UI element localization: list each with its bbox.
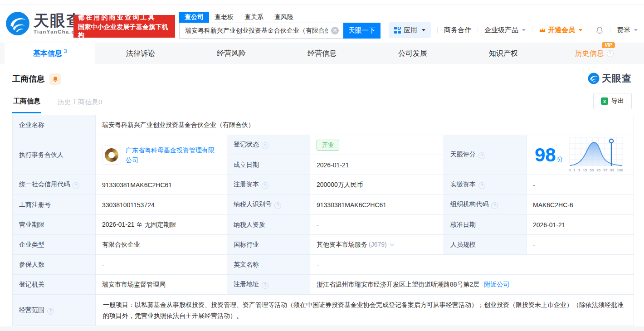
table-row: 企业类型 有限合伙企业 国标行业 其他资本市场服务(J679) 人员规模 - [13, 235, 634, 255]
business-info-section: 工商信息 天眼查 工商信息 历史工商信息0 x 导出 企业名称 [0, 64, 644, 326]
help-icon[interactable]: ? [478, 182, 485, 189]
help-icon[interactable]: ? [262, 282, 268, 289]
enterprise-products-menu[interactable]: 企业级产品 [484, 26, 526, 34]
help-icon[interactable]: ? [607, 50, 614, 57]
tab-history-info[interactable]: 历史信息 VIP ? [549, 43, 639, 64]
field-label-reg-address: 注册地址? [227, 275, 310, 295]
user-menu[interactable]: 费米 [617, 26, 638, 34]
field-value-executive-partner: 广东省粤科母基金投资管理有限公司 [96, 135, 227, 175]
subtab-history-business-info[interactable]: 历史工商信息0 [57, 92, 103, 113]
table-row: 企业名称 瑞安粤科新兴产业创业投资基金合伙企业（有限合伙） [13, 115, 634, 135]
field-value-approval-date: 2026-01-21 [527, 215, 634, 235]
field-value-business-term: 2026-01-21 至 无固定期限 [96, 215, 227, 235]
table-row: 经营范围? 一般项目：以私募基金从事股权投资、投资管理、资产管理等活动（须在中国… [13, 295, 634, 326]
chevron-down-icon [422, 29, 425, 31]
divider [437, 27, 438, 33]
expand-industry-icon[interactable] [390, 241, 394, 246]
field-value-reg-status: 开业 [310, 135, 444, 155]
tab-basic-info[interactable]: 基本信息 3 [5, 43, 95, 64]
field-label-approval-date: 核准日期 [444, 215, 527, 235]
score-distribution-chart: 0131550859799100 [569, 137, 624, 172]
crown-icon [539, 27, 546, 33]
field-value-reg-capital: 200000万人民币 [310, 175, 444, 195]
notification-bell-icon[interactable] [595, 26, 604, 34]
field-label-establish-date: 成立日期 [227, 155, 310, 175]
field-label-business-term: 营业期限 [13, 215, 96, 235]
company-profile-tabs: 基本信息 3 法律诉讼 经营风险 经营信息 公司发展 知识产权 历史信息 VIP… [0, 43, 644, 64]
tianyancha-logo[interactable]: 天眼查 TianYanCha.com [5, 11, 84, 36]
field-value-reg-authority: 瑞安市市场监督管理局 [96, 275, 227, 295]
bottom-strip [0, 326, 644, 331]
help-icon[interactable]: ? [73, 182, 79, 189]
search-input[interactable] [179, 23, 343, 39]
excel-icon: x [601, 97, 608, 105]
partner-company-link[interactable]: 广东省粤科母基金投资管理有限公司 [126, 145, 220, 165]
nearby-companies-link[interactable]: 附近公司 [484, 281, 509, 288]
vip-membership-menu[interactable]: 开通会员 [539, 26, 582, 34]
field-label-credit-code: 统一社会信用代码? [13, 175, 96, 195]
tianyancha-logo-icon [5, 11, 30, 36]
field-value-paid-capital: - [527, 175, 634, 195]
apps-menu[interactable]: 应用 [389, 22, 431, 38]
field-label-company-type: 企业类型 [13, 235, 96, 255]
score-axis-ticks: 0131550859799100 [569, 168, 623, 172]
clear-search-icon[interactable]: ✕ [331, 27, 339, 34]
help-icon[interactable]: ? [47, 308, 54, 315]
tab-company-development[interactable]: 公司发展 [367, 43, 458, 64]
slogan-line-2: 国家中小企业发展子基金旗下机构 [78, 23, 171, 39]
help-icon[interactable]: ? [262, 182, 268, 189]
help-icon[interactable]: ? [478, 152, 485, 159]
field-value-reg-number: 330381001153724 [96, 195, 227, 215]
score-marker-pin [610, 139, 613, 143]
field-label-executive-partner: 执行事务合伙人 [13, 135, 96, 175]
field-label-org-code: 组织机构代码? [444, 195, 527, 215]
chevron-down-icon [634, 29, 638, 31]
field-label-industry: 国标行业 [227, 235, 310, 255]
field-label-insured-count: 参保人数 [13, 255, 96, 275]
tab-intellectual-property[interactable]: 知识产权 [458, 43, 549, 64]
table-row: 参保人数 - 英文名称 - [13, 255, 634, 275]
username: 费米 [617, 26, 630, 34]
field-value-reg-address: 浙江省温州市瑞安市经济开发区上望街道听潮路88号第2层附近公司 [310, 275, 634, 295]
field-value-establish-date: 2026-01-21 [310, 155, 444, 175]
field-label-reg-authority: 登记机关 [13, 275, 96, 295]
slogan-banner: 都在用的商业查询工具 国家中小企业发展子基金旗下机构 [73, 15, 175, 38]
help-icon[interactable]: ? [491, 202, 498, 209]
tianyancha-watermark-icon [588, 73, 600, 84]
search-tabs: 查公司 查老板 查关系 查风险 [179, 12, 381, 23]
tab-operation-risk[interactable]: 经营风险 [186, 43, 277, 64]
help-icon[interactable]: ? [262, 142, 268, 149]
table-row: 营业期限 2026-01-21 至 无固定期限 纳税人资质 - 核准日期 202… [13, 215, 634, 235]
search-tab-relation[interactable]: 查关系 [239, 12, 269, 23]
field-value-credit-code: 91330381MAK6C2HC61 [96, 175, 227, 195]
search-tab-risk[interactable]: 查风险 [269, 12, 299, 23]
tab-legal-proceedings[interactable]: 法律诉讼 [95, 43, 186, 64]
business-info-table: 企业名称 瑞安粤科新兴产业创业投资基金合伙企业（有限合伙） 执行事务合伙人 广东… [12, 115, 634, 326]
export-button[interactable]: x 导出 [593, 93, 632, 109]
field-label-paid-capital: 实缴资本? [444, 175, 527, 195]
field-value-insured-count: - [96, 255, 227, 275]
search-tab-boss[interactable]: 查老板 [209, 12, 239, 23]
field-label-reg-status: 登记状态? [227, 135, 310, 155]
field-label-taxpayer-id: 纳税人识别号? [227, 195, 310, 215]
field-value-org-code: MAK6C2HC-6 [527, 195, 634, 215]
divider [610, 27, 610, 33]
tab-operation-info[interactable]: 经营信息 [277, 43, 367, 64]
business-cooperation-link[interactable]: 商务合作 [444, 26, 471, 34]
apps-grid-icon [394, 27, 401, 34]
partner-company-logo [102, 146, 121, 165]
subscribe-bell-icon[interactable] [49, 73, 61, 85]
chevron-down-icon [579, 29, 582, 31]
table-row: 登记机关 瑞安市市场监督管理局 注册地址? 浙江省温州市瑞安市经济开发区上望街道… [13, 275, 634, 295]
field-label-english-name: 英文名称 [227, 255, 310, 275]
subtab-business-info[interactable]: 工商信息 [12, 91, 41, 113]
apps-label: 应用 [404, 26, 417, 34]
field-label-tianyan-score: 天眼评分? [444, 135, 527, 175]
help-icon[interactable]: ? [274, 202, 281, 209]
vip-badge: VIP [602, 42, 615, 48]
field-label-reg-capital: 注册资本? [227, 175, 310, 195]
search-tab-company[interactable]: 查公司 [179, 12, 209, 23]
search-button[interactable]: 天眼一下 [343, 23, 381, 39]
divider [589, 27, 589, 33]
site-header: 天眼查 TianYanCha.com 都在用的商业查询工具 国家中小企业发展子基… [0, 5, 644, 43]
